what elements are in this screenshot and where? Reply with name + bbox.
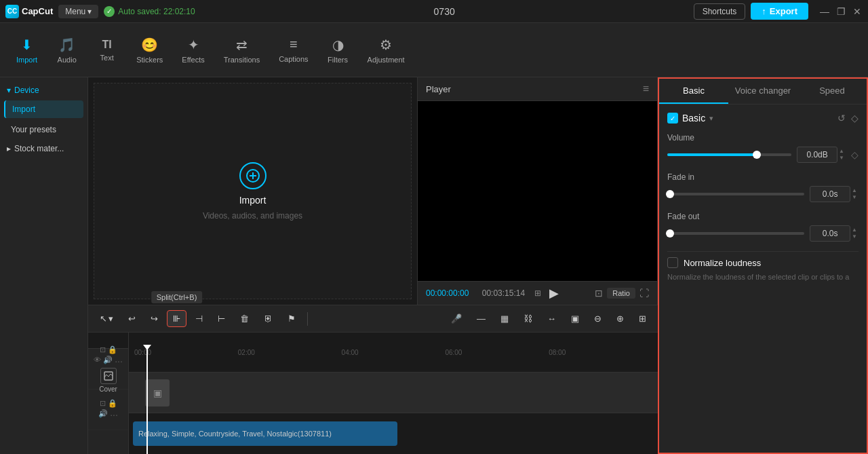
chevron-right-icon: ▸ <box>7 144 11 153</box>
fade-out-down-button[interactable]: ▼ <box>850 233 859 240</box>
logo-icon: CC <box>5 5 19 18</box>
sidebar-section-stock[interactable]: ▸ Stock mater... <box>4 141 83 156</box>
audio-track-lock-icon[interactable]: 🔒 <box>108 399 117 408</box>
toolbar-transitions[interactable]: ⇄ Transitions <box>216 33 268 68</box>
volume-slider-thumb[interactable] <box>753 151 761 159</box>
left-sidebar: ▾ Device Import Your presets ▸ Stock mat… <box>0 77 88 454</box>
toolbar-adjustment[interactable]: ⚙ Adjustment <box>359 33 413 68</box>
video-track-lock-icon[interactable]: 🔒 <box>108 345 117 354</box>
toolbar-import[interactable]: ⬇ Import <box>8 33 45 68</box>
fit-timeline-button[interactable]: ⊞ <box>633 310 652 327</box>
fade-out-up-button[interactable]: ▲ <box>850 227 859 233</box>
basic-diamond-button[interactable]: ◇ <box>851 113 859 124</box>
right-panel-tabs: Basic Voice changer Speed <box>659 79 867 105</box>
zoom-in-button[interactable]: ⊕ <box>610 310 630 327</box>
basic-title-row: ✓ Basic ▾ <box>667 113 713 124</box>
volume-input[interactable] <box>797 147 837 163</box>
undo-button[interactable]: ↩ <box>122 310 142 327</box>
toolbar-text[interactable]: TI Text <box>88 35 125 66</box>
mic-button[interactable]: 🎤 <box>445 310 468 327</box>
minimize-button[interactable]: — <box>819 6 830 17</box>
tab-voice-changer[interactable]: Voice changer <box>728 79 797 104</box>
titlebar: CC CapCut Menu ▾ ✓ Auto saved: 22:02:10 … <box>0 0 868 23</box>
cursor-tool-button[interactable]: ↖ ▾ <box>94 310 119 327</box>
shield-button[interactable]: ⛨ <box>258 310 279 327</box>
fade-out-slider[interactable] <box>667 232 804 235</box>
video-clip[interactable]: ▣ <box>145 379 170 406</box>
shortcuts-button[interactable]: Shortcuts <box>694 3 746 20</box>
player-menu-icon[interactable]: ≡ <box>643 83 649 95</box>
main-toolbar: ⬇ Import 🎵 Audio TI Text 😊 Stickers ✦ Ef… <box>0 23 868 77</box>
fade-in-slider[interactable] <box>667 193 804 195</box>
toolbar-audio[interactable]: 🎵 Audio <box>48 33 85 68</box>
basic-checkbox[interactable]: ✓ <box>667 113 678 124</box>
grid-view-button[interactable]: ⊞ <box>534 288 541 298</box>
trim-left-button[interactable]: ⊣ <box>189 310 209 327</box>
fade-in-down-button[interactable]: ▼ <box>850 194 859 201</box>
menu-button[interactable]: Menu ▾ <box>58 5 98 18</box>
normalize-checkbox[interactable] <box>667 257 678 268</box>
toolbar-stickers[interactable]: 😊 Stickers <box>128 33 171 68</box>
stickers-icon: 😊 <box>141 37 158 53</box>
close-button[interactable]: ✕ <box>852 6 863 17</box>
playhead <box>146 349 148 454</box>
import-panel[interactable]: Import Videos, audios, and images <box>94 83 412 299</box>
zoom-out-button[interactable]: ⊖ <box>588 310 608 327</box>
fade-in-up-button[interactable]: ▲ <box>850 187 859 194</box>
cover-button[interactable]: Cover <box>99 368 117 393</box>
audio-link-button[interactable]: — <box>471 310 492 327</box>
video-track-expand-icon[interactable]: ⊡ <box>100 345 106 354</box>
grid-button[interactable]: ▦ <box>494 310 515 327</box>
toolbar-effects[interactable]: ✦ Effects <box>174 33 212 68</box>
sidebar-item-presets[interactable]: Your presets <box>4 121 83 138</box>
fade-out-input[interactable] <box>810 225 850 242</box>
volume-up-button[interactable]: ▲ <box>837 148 846 155</box>
chain-icon: ⛓ <box>524 314 532 324</box>
play-button[interactable]: ▶ <box>549 286 559 301</box>
volume-slider[interactable] <box>667 153 791 156</box>
video-track-content: ▣ <box>129 373 658 413</box>
fade-in-row: Fade in ▲ ▼ <box>667 172 859 202</box>
volume-down-button[interactable]: ▼ <box>837 155 846 162</box>
unlink-button[interactable]: ↔ <box>541 310 562 327</box>
tab-basic[interactable]: Basic <box>659 79 728 104</box>
volume-control: ▲ ▼ ◇ <box>667 147 859 163</box>
toolbar-filters[interactable]: ◑ Filters <box>319 33 357 68</box>
fade-out-slider-thumb[interactable] <box>666 229 674 238</box>
project-number: 0730 <box>201 6 688 17</box>
toolbar-captions[interactable]: ≡ Captions <box>271 33 316 67</box>
audio-clip[interactable]: Relaxing, Simple, Countryside, Travel, N… <box>133 421 397 446</box>
audio-icon: 🎵 <box>58 37 75 53</box>
audio-track-more-icon[interactable]: ··· <box>110 409 118 420</box>
split-button[interactable]: ⊪ <box>167 310 186 327</box>
export-button[interactable]: ↑ Export <box>751 3 808 20</box>
fullscreen-button[interactable]: ⛶ <box>639 288 649 299</box>
video-track-vol-icon[interactable]: 🔊 <box>103 356 113 366</box>
maximize-button[interactable]: ❐ <box>835 6 846 17</box>
trim-right-icon: ⊢ <box>218 314 225 324</box>
video-track-eye-icon[interactable]: 👁 <box>94 356 101 366</box>
layer-button[interactable]: ▣ <box>565 310 585 327</box>
tab-speed[interactable]: Speed <box>797 79 867 104</box>
volume-keyframe-button[interactable]: ◇ <box>851 149 859 160</box>
audio-track-vol-icon[interactable]: 🔊 <box>98 409 108 420</box>
fade-in-value-group: ▲ ▼ <box>810 186 859 202</box>
sidebar-item-import[interactable]: Import <box>4 100 83 118</box>
sidebar-section-device[interactable]: ▾ Device <box>4 83 83 98</box>
ratio-button[interactable]: Ratio <box>607 288 635 299</box>
trim-right-button[interactable]: ⊢ <box>212 310 231 327</box>
chain-button[interactable]: ⛓ <box>517 310 538 327</box>
basic-title: Basic <box>682 113 705 124</box>
redo-button[interactable]: ↪ <box>144 310 164 327</box>
fade-in-slider-thumb[interactable] <box>666 190 674 198</box>
cursor-icon: ↖ <box>100 314 107 324</box>
basic-dropdown-icon[interactable]: ▾ <box>709 114 713 123</box>
audio-track-expand-icon[interactable]: ⊡ <box>100 399 106 408</box>
video-track-more-icon[interactable]: ··· <box>115 356 123 366</box>
fit-button[interactable]: ⊡ <box>595 288 603 299</box>
fade-in-input[interactable] <box>810 186 850 202</box>
delete-button[interactable]: 🗑 <box>234 310 255 327</box>
flag-button[interactable]: ⚑ <box>281 310 302 327</box>
fade-out-label: Fade out <box>667 212 859 221</box>
basic-reset-button[interactable]: ↺ <box>837 113 846 124</box>
